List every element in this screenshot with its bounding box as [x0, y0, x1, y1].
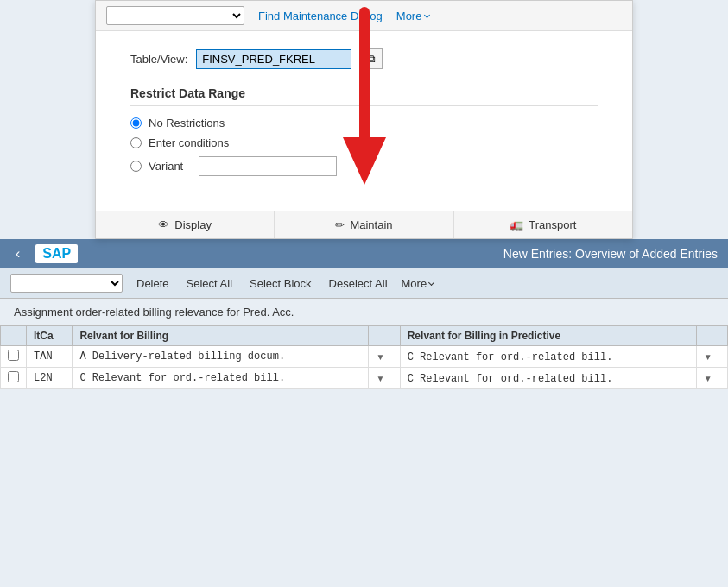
maintain-icon: ✏ [335, 218, 345, 231]
sap-logo: SAP [35, 244, 78, 263]
row2-billing-value: C Relevant for ord.-related bill. [79, 372, 285, 384]
row2-billing-pred-arrow-cell[interactable]: ▼ [696, 368, 727, 389]
restrict-section: Restrict Data Range No Restrictions Ente… [130, 86, 598, 176]
radio-enter-conditions-input[interactable] [130, 137, 142, 148]
restrict-title: Restrict Data Range [130, 86, 598, 106]
row1-billing-dropdown-arrow[interactable]: ▼ [376, 352, 384, 362]
row1-billing-pred-dropdown-arrow[interactable]: ▼ [704, 352, 712, 362]
sap-toolbar-dropdown[interactable] [10, 274, 123, 293]
copy-button[interactable]: ⧉ [360, 48, 383, 69]
radio-group: No Restrictions Enter conditions Variant [130, 117, 598, 176]
table-header-billing: Relvant for Billing [73, 326, 369, 346]
more-label: More [396, 9, 422, 22]
variant-input[interactable] [199, 156, 337, 176]
radio-enter-conditions-label: Enter conditions [149, 136, 229, 149]
row2-billing-dropdown-arrow[interactable]: ▼ [376, 374, 384, 383]
row2-billing-arrow-cell[interactable]: ▼ [369, 368, 400, 389]
row1-billing-arrow-cell[interactable]: ▼ [369, 346, 400, 368]
row2-billing: C Relevant for ord.-related bill. [73, 368, 369, 389]
sap-back-button[interactable]: ‹ [10, 244, 25, 263]
table-view-row: Table/View: ⧉ [130, 48, 598, 69]
table-header-row: ItCa Relvant for Billing Relvant for Bil… [1, 326, 728, 346]
sap-more-button[interactable]: More [402, 277, 434, 290]
row2-checkbox[interactable] [8, 371, 19, 382]
maintenance-dialog: Find Maintenance Dialog More Table/View:… [95, 0, 633, 239]
radio-variant-input[interactable] [130, 161, 142, 172]
row2-itca: L2N [27, 368, 73, 389]
back-icon: ‹ [16, 246, 20, 261]
dialog-dropdown[interactable] [106, 6, 244, 25]
dialog-body: Table/View: ⧉ Restrict Data Range No Res… [96, 31, 632, 211]
radio-variant-label: Variant [149, 160, 183, 173]
deselect-all-button[interactable]: Deselect All [326, 275, 391, 292]
transport-icon: 🚛 [510, 218, 523, 231]
table-header-itca: ItCa [27, 326, 73, 346]
table-header-billing-pred: Relvant for Billing in Predictive [400, 326, 696, 346]
radio-no-restrictions: No Restrictions [130, 117, 598, 129]
sap-section: ‹ SAP New Entries: Overview of Added Ent… [0, 239, 728, 389]
row1-billing-value: A Delivery-related billing docum. [79, 350, 285, 363]
row1-billing-pred: C Relevant for ord.-related bill. [400, 346, 696, 368]
sap-page-title: New Entries: Overview of Added Entries [503, 247, 718, 261]
row1-checkbox-cell [1, 346, 27, 368]
radio-enter-conditions: Enter conditions [130, 136, 598, 149]
sap-more-label: More [402, 277, 427, 290]
sap-table: ItCa Relvant for Billing Relvant for Bil… [0, 325, 728, 389]
transport-button[interactable]: 🚛 Transport [454, 211, 632, 238]
dialog-more-button[interactable]: More [396, 9, 430, 22]
chevron-down-icon [424, 11, 430, 17]
dialog-toolbar: Find Maintenance Dialog More [96, 1, 632, 31]
select-block-button[interactable]: Select Block [246, 275, 315, 292]
display-icon: 👁 [158, 218, 169, 231]
sap-chevron-down-icon [428, 279, 434, 285]
radio-no-restrictions-label: No Restrictions [149, 117, 225, 129]
table-row: TAN A Delivery-related billing docum. ▼ … [1, 346, 728, 368]
display-button[interactable]: 👁 Display [96, 211, 275, 238]
table-header-billing-pred-spacer [696, 326, 727, 346]
row2-billing-pred-value: C Relevant for ord.-related bill. [408, 373, 613, 385]
find-maintenance-link[interactable]: Find Maintenance Dialog [258, 9, 383, 22]
select-all-button[interactable]: Select All [183, 275, 236, 292]
row2-billing-pred: C Relevant for ord.-related bill. [400, 368, 696, 389]
dialog-footer: 👁 Display ✏ Maintain 🚛 Transport [96, 211, 632, 238]
delete-button[interactable]: Delete [133, 275, 173, 292]
row1-checkbox[interactable] [8, 350, 19, 361]
table-header-billing-spacer [369, 326, 400, 346]
table-view-label: Table/View: [130, 53, 187, 66]
maintain-button[interactable]: ✏ Maintain [275, 211, 453, 238]
row2-checkbox-cell [1, 368, 27, 389]
row1-billing: A Delivery-related billing docum. [73, 346, 369, 368]
radio-no-restrictions-input[interactable] [130, 117, 142, 129]
sap-header: ‹ SAP New Entries: Overview of Added Ent… [0, 239, 728, 268]
row1-billing-pred-value: C Relevant for ord.-related bill. [408, 351, 613, 363]
transport-label: Transport [529, 218, 576, 231]
maintain-label: Maintain [350, 218, 392, 231]
radio-variant: Variant [130, 156, 598, 176]
table-row: L2N C Relevant for ord.-related bill. ▼ … [1, 368, 728, 389]
table-header-checkbox [1, 326, 27, 346]
copy-icon: ⧉ [368, 53, 376, 65]
row2-billing-pred-dropdown-arrow[interactable]: ▼ [704, 374, 712, 383]
table-view-input[interactable] [196, 49, 351, 69]
display-label: Display [174, 218, 212, 231]
page-subtitle: Assignment order-related billing relevan… [0, 299, 728, 325]
sap-toolbar: Delete Select All Select Block Deselect … [0, 268, 728, 299]
row1-billing-pred-arrow-cell[interactable]: ▼ [696, 346, 727, 368]
row1-itca: TAN [27, 346, 73, 368]
